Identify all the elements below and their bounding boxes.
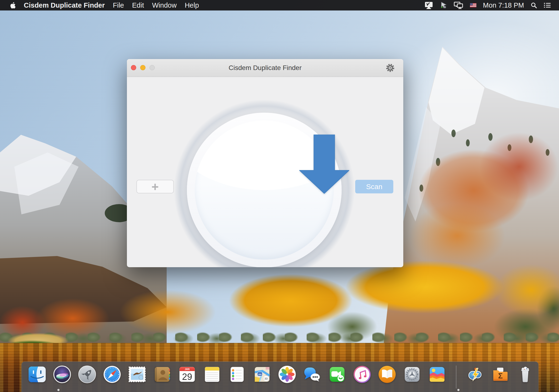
- cisdem-duplicate-finder-window: Cisdem Duplicate Finder: [127, 59, 403, 267]
- calendar-day: 29: [182, 372, 192, 382]
- display-icon[interactable]: [424, 1, 433, 9]
- menu-bar: Cisdem Duplicate Finder File Edit Window…: [0, 0, 559, 10]
- drop-zone-circle[interactable]: [187, 113, 342, 267]
- dock-itunes-icon[interactable]: [353, 365, 371, 384]
- dock-facetime-icon[interactable]: [328, 365, 346, 384]
- dock-separator: [456, 365, 457, 388]
- cisdem-running-indicator: [457, 389, 459, 391]
- dock-messages-icon[interactable]: [303, 365, 321, 384]
- dock-trash-icon[interactable]: [516, 365, 534, 384]
- menu-app-name[interactable]: Cisdem Duplicate Finder: [24, 1, 105, 9]
- dock-lightning-cloud-app-icon[interactable]: [466, 365, 484, 384]
- calendar-month: JAN: [185, 368, 189, 371]
- maps-route-shield: 280: [258, 373, 262, 376]
- dock-mail-icon[interactable]: [128, 365, 146, 384]
- window-titlebar[interactable]: Cisdem Duplicate Finder: [127, 59, 403, 77]
- menu-clock[interactable]: Mon 7:18 PM: [483, 1, 524, 9]
- settings-gear-icon[interactable]: [385, 63, 395, 73]
- dock-siri-icon[interactable]: [53, 365, 71, 384]
- apple-menu[interactable]: [9, 2, 16, 9]
- dock: JAN 29: [21, 362, 539, 392]
- down-arrow-icon: [299, 135, 349, 194]
- dock-reminders-icon[interactable]: [228, 365, 246, 384]
- dock-cisdem-duplicate-finder-icon[interactable]: [428, 365, 446, 384]
- dock-system-preferences-icon[interactable]: [403, 365, 421, 384]
- dock-photos-icon[interactable]: [278, 365, 296, 384]
- dock-sigma-folder-app-icon[interactable]: Σ: [491, 365, 510, 384]
- menu-edit[interactable]: Edit: [132, 1, 144, 9]
- menu-file[interactable]: File: [113, 1, 124, 9]
- dock-contacts-icon[interactable]: [153, 365, 171, 384]
- screen-cursor-icon[interactable]: [440, 2, 447, 9]
- apple-icon: [9, 2, 16, 9]
- dock-maps-icon[interactable]: 280 3D: [253, 365, 271, 384]
- add-folder-button[interactable]: +: [136, 180, 174, 193]
- us-flag-input-icon[interactable]: [470, 3, 476, 7]
- dock-calendar-icon[interactable]: JAN 29: [178, 365, 196, 384]
- finder-running-indicator: [57, 389, 59, 391]
- dock-notes-icon[interactable]: [203, 365, 221, 384]
- desktop: Cisdem Duplicate Finder: [0, 0, 559, 392]
- scan-button[interactable]: Scan: [355, 180, 393, 193]
- dock-finder-icon[interactable]: [28, 365, 47, 384]
- notification-list-icon[interactable]: [544, 2, 551, 8]
- sigma-glyph: Σ: [498, 372, 503, 380]
- display-mirroring-icon[interactable]: [454, 1, 463, 9]
- search-icon[interactable]: [531, 2, 537, 9]
- dock-books-icon[interactable]: [378, 365, 396, 384]
- window-title: Cisdem Duplicate Finder: [127, 59, 403, 77]
- dock-launchpad-icon[interactable]: [78, 365, 96, 384]
- maps-3d-label: 3D: [264, 377, 268, 380]
- menu-window[interactable]: Window: [152, 1, 177, 9]
- window-content: + Scan: [127, 77, 403, 267]
- dock-safari-icon[interactable]: [103, 365, 121, 384]
- menu-help[interactable]: Help: [185, 1, 199, 9]
